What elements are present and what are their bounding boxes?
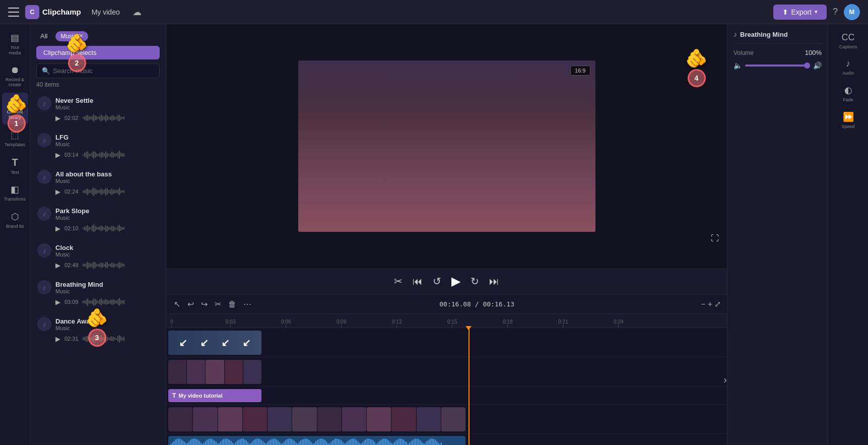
fullscreen-button[interactable]: ⛶ [711, 234, 719, 243]
more-options-button[interactable]: ⋯ [242, 298, 253, 310]
play-music-button[interactable]: ▶ [55, 225, 60, 232]
text-clip[interactable]: T My video tutorial [168, 389, 261, 402]
play-music-button[interactable]: ▶ [55, 335, 60, 343]
play-music-button[interactable]: ▶ [55, 188, 60, 196]
audio-waveform-bar [327, 443, 328, 446]
waveform-bar [110, 300, 111, 304]
sidebar-item-text[interactable]: T Text [2, 153, 28, 179]
arrows-clip[interactable]: ↙ ↙ ↙ ↙ [168, 331, 261, 355]
ruler-mark-6: 0:06 [281, 319, 291, 328]
export-button[interactable]: ⬆ Export ▾ [773, 5, 827, 20]
expand-button[interactable]: ⤢ [714, 299, 721, 309]
forward-button[interactable]: ↻ [469, 273, 481, 289]
waveform-bar [95, 299, 96, 305]
music-list-item[interactable]: ♪ Never Settle Music ▶ 02:02 [34, 92, 162, 127]
sidebar-item-your-media[interactable]: ▤ Your media [2, 28, 28, 60]
help-icon[interactable]: ? [833, 7, 838, 17]
music-note-icon: ♪ [37, 96, 51, 110]
search-input[interactable] [53, 67, 154, 75]
undo-button[interactable]: ↩ [186, 298, 195, 310]
audio-waveform-bar [259, 439, 260, 446]
music-list-item[interactable]: ♪ Clock Music ▶ 02:48 [34, 239, 162, 274]
audio-waveform-bar [424, 443, 425, 446]
play-music-button[interactable]: ▶ [55, 262, 60, 269]
audio-waveform-bar [241, 438, 242, 445]
waveform-bar [96, 227, 97, 230]
skip-back-button[interactable]: ⏮ [411, 274, 425, 289]
waveform-bar [102, 189, 103, 194]
play-music-button[interactable]: ▶ [55, 114, 60, 122]
music-controls: ▶ 03:09 [37, 297, 159, 307]
cut-button[interactable]: ✂ [213, 298, 223, 310]
volume-slider[interactable] [745, 65, 810, 67]
redo-button[interactable]: ↪ [199, 298, 209, 310]
aspect-ratio-badge[interactable]: 16:9 [570, 66, 590, 76]
waveform-bar [105, 335, 106, 343]
audio-waveform-bar [216, 441, 217, 445]
music-category: Music [55, 215, 159, 221]
arrow-2-icon: ↙ [200, 337, 209, 349]
waveform-bar [83, 154, 84, 156]
sidebar-item-record[interactable]: ⏺ Record & create [2, 61, 28, 92]
zoom-in-button[interactable]: + [708, 299, 712, 309]
timeline[interactable]: 0 0:03 0:06 0:09 0:12 0:15 0:18 0:21 0:2… [166, 314, 727, 445]
zoom-out-button[interactable]: − [701, 299, 705, 309]
clipchamp-selects-button[interactable]: Clipchamp selects [36, 46, 160, 59]
audio-waveform-bar [340, 439, 341, 445]
audio-waveform[interactable] [168, 436, 465, 446]
right-panel-audio[interactable]: ♪ Audio [831, 54, 865, 80]
audio-waveform-bar [256, 438, 257, 445]
right-panel-speed[interactable]: ⏩ Speed [831, 107, 865, 133]
sidebar-item-templates[interactable]: ⬚ Templates [2, 125, 28, 152]
audio-waveform-bar [278, 440, 279, 446]
play-pause-button[interactable]: ▶ [449, 272, 462, 290]
music-list-item[interactable]: ♪ LFG Music ▶ 03:14 [34, 129, 162, 164]
audio-waveform-bar [326, 441, 327, 446]
waveform-bar [113, 115, 114, 120]
play-music-button[interactable]: ▶ [55, 298, 60, 306]
user-avatar[interactable]: M [844, 4, 860, 20]
filter-music-tag[interactable]: Music ✕ [55, 31, 88, 41]
timeline-expand-arrow[interactable]: › [723, 374, 727, 386]
playhead[interactable] [469, 328, 470, 445]
waveform-bar [96, 337, 97, 341]
rewind-button[interactable]: ↺ [431, 273, 443, 289]
audio-waveform-bar [223, 439, 224, 445]
sidebar-item-content-library[interactable]: ⊞ Content library [2, 93, 28, 124]
audio-waveform-bar [214, 440, 215, 446]
right-panel-fade[interactable]: ◐ Fade [831, 81, 865, 106]
music-duration: 03:14 [64, 152, 79, 158]
audio-waveform-bar [172, 442, 173, 446]
filter-all-button[interactable]: All [36, 30, 51, 42]
waveform-bar [89, 227, 90, 230]
waveform-bar [119, 188, 120, 195]
trim-button[interactable]: ✂ [392, 273, 405, 289]
right-panel-captions[interactable]: CC Captions [831, 28, 865, 53]
music-note-icon: ♪ [37, 207, 51, 221]
music-list-item[interactable]: ♪ Breathing Mind Music ▶ 03:09 [34, 276, 162, 311]
sidebar-item-transitions[interactable]: ◧ Transitions [2, 180, 28, 206]
delete-button[interactable]: 🗑 [227, 298, 238, 310]
audio-waveform-bar [335, 438, 336, 445]
waveform-bar [95, 115, 96, 120]
audio-waveform-bar [392, 443, 393, 446]
timeline-controls-bar: ↖ ↩ ↪ ✂ 🗑 ⋯ 00:16.08 / 00:16.13 − + ⤢ [166, 294, 727, 314]
select-tool-button[interactable]: ↖ [172, 298, 182, 310]
menu-button[interactable] [8, 8, 19, 17]
vol-slider-thumb[interactable] [804, 62, 810, 69]
waveform-bar [89, 263, 90, 268]
video-clip[interactable] [168, 360, 261, 384]
video-title[interactable]: My video [87, 6, 124, 18]
music-list-item[interactable]: ♪ All about the bass Music ▶ 02:24 [34, 166, 162, 201]
music-list-item[interactable]: ♪ Park Slope Music ▶ 02:10 [34, 203, 162, 237]
filter-music-remove-icon[interactable]: ✕ [79, 33, 83, 39]
music-list-item[interactable]: ♪ Dance Away Music ▶ 02:31 [34, 313, 162, 348]
main-video-thumbnail [268, 407, 292, 431]
play-music-button[interactable]: ▶ [55, 151, 60, 159]
main-video-clip[interactable] [168, 407, 465, 431]
icon-bar: ▤ Your media ⏺ Record & create ⊞ Content… [0, 24, 30, 445]
skip-forward-button[interactable]: ⏭ [487, 274, 501, 289]
audio-waveform-bar [305, 438, 306, 445]
sidebar-item-brand-kit[interactable]: ⬡ Brand kit [2, 207, 28, 233]
audio-waveform-bar [364, 440, 365, 446]
